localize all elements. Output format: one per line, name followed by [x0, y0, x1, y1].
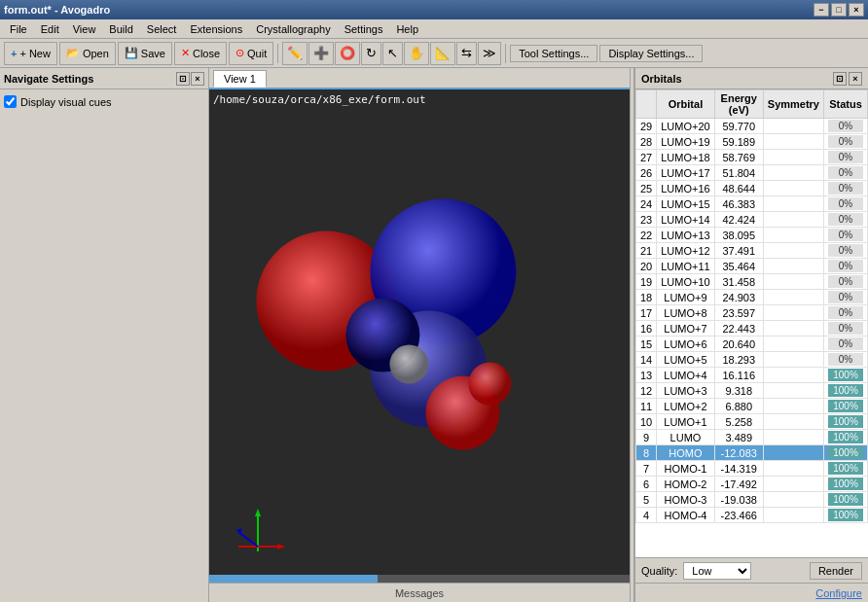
orbitals-table[interactable]: Orbital Energy (eV) Symmetry Status 29 L…	[635, 89, 868, 557]
orbital-symmetry	[763, 430, 823, 445]
move-tool[interactable]: ✋	[404, 42, 429, 65]
menu-edit[interactable]: Edit	[35, 22, 65, 36]
orbital-row[interactable]: 13 LUMO+4 16.116 100%	[636, 368, 868, 383]
navigate-settings-header: Navigate Settings ⊡ ×	[0, 68, 208, 89]
orbital-symmetry	[763, 150, 823, 165]
orbital-row[interactable]: 15 LUMO+6 20.640 0%	[636, 336, 868, 352]
orbital-row[interactable]: 27 LUMO+18 58.769 0%	[636, 150, 868, 165]
render-button[interactable]: Render	[810, 562, 862, 580]
orbital-status: 0%	[824, 119, 868, 134]
open-button[interactable]: 📂 Open	[59, 42, 116, 65]
orbital-status: 0%	[824, 305, 868, 321]
extra-tool[interactable]: ≫	[478, 42, 501, 65]
maximize-button[interactable]: □	[831, 3, 847, 17]
orbital-row[interactable]: 7 HOMO-1 -14.319 100%	[636, 461, 868, 477]
orbital-row[interactable]: 4 HOMO-4 -23.466 100%	[636, 508, 868, 523]
erase-tool[interactable]: ⭕	[335, 42, 360, 65]
menu-file[interactable]: File	[4, 22, 33, 36]
orbital-status: 0%	[824, 336, 868, 352]
col-orbital: Orbital	[657, 90, 714, 119]
orbital-status: 0%	[824, 228, 868, 243]
orbital-row[interactable]: 11 LUMO+2 6.880 100%	[636, 399, 868, 414]
close-button[interactable]: ✕ Close	[174, 42, 227, 65]
orbital-row[interactable]: 12 LUMO+3 9.318 100%	[636, 383, 868, 399]
orbital-row[interactable]: 23 LUMO+14 42.424 0%	[636, 212, 868, 228]
orbital-row[interactable]: 20 LUMO+11 35.464 0%	[636, 259, 868, 274]
orbital-row[interactable]: 17 LUMO+8 23.597 0%	[636, 305, 868, 321]
orbital-row[interactable]: 5 HOMO-3 -19.038 100%	[636, 492, 868, 508]
display-settings-button[interactable]: Display Settings...	[599, 45, 703, 62]
orbital-status: 100%	[824, 430, 868, 445]
orbital-num: 5	[636, 492, 657, 508]
orbital-row[interactable]: 16 LUMO+7 22.443 0%	[636, 321, 868, 336]
menu-settings[interactable]: Settings	[339, 22, 389, 36]
orbitals-close-button[interactable]: ×	[849, 72, 862, 86]
toolbar: + + New 📂 Open 💾 Save ✕ Close ⊙ Quit ✏️ …	[0, 39, 868, 68]
navigate-settings-content: Display visual cues	[0, 89, 208, 114]
orbital-row[interactable]: 28 LUMO+19 59.189 0%	[636, 134, 868, 150]
orbital-num: 19	[636, 274, 657, 290]
orbitals-float-button[interactable]: ⊡	[833, 72, 847, 86]
display-visual-cues-checkbox[interactable]	[4, 95, 17, 108]
measure-tool[interactable]: 📐	[430, 42, 455, 65]
menu-bar: File Edit View Build Select Extensions C…	[0, 19, 868, 39]
quality-select[interactable]: Low Medium High	[683, 562, 751, 580]
draw-tool[interactable]: ✏️	[282, 42, 307, 65]
menu-view[interactable]: View	[67, 22, 102, 36]
svg-point-4	[389, 344, 428, 383]
orbital-name: LUMO+5	[657, 352, 714, 368]
view-canvas[interactable]: /home/souza/orca/x86_exe/form.out	[209, 89, 630, 583]
configure-link[interactable]: Configure	[815, 587, 862, 599]
panel-float-button[interactable]: ⊡	[176, 72, 190, 86]
orbital-symmetry	[763, 212, 823, 228]
select-tool[interactable]: ↖	[382, 42, 403, 65]
menu-help[interactable]: Help	[390, 22, 424, 36]
menu-crystallography[interactable]: Crystallography	[250, 22, 336, 36]
orbital-row[interactable]: 26 LUMO+17 51.804 0%	[636, 165, 868, 181]
orbital-symmetry	[763, 274, 823, 290]
new-button[interactable]: + + New	[4, 42, 57, 65]
orbital-row[interactable]: 6 HOMO-2 -17.492 100%	[636, 477, 868, 492]
quit-button[interactable]: ⊙ Quit	[229, 42, 273, 65]
minimize-button[interactable]: −	[814, 3, 829, 17]
fragment-tool[interactable]: ➕	[308, 42, 334, 65]
save-button[interactable]: 💾 Save	[118, 42, 172, 65]
close-window-button[interactable]: ×	[849, 3, 864, 17]
orbital-row[interactable]: 14 LUMO+5 18.293 0%	[636, 352, 868, 368]
orbital-row[interactable]: 29 LUMO+20 59.770 0%	[636, 119, 868, 134]
menu-build[interactable]: Build	[103, 22, 138, 36]
progress-bar	[209, 575, 378, 583]
orbital-row[interactable]: 8 HOMO -12.083 100%	[636, 445, 868, 461]
tool-settings-button[interactable]: Tool Settings...	[510, 45, 597, 62]
orbital-status: 100%	[824, 383, 868, 399]
messages-label: Messages	[395, 587, 444, 599]
orbital-row[interactable]: 24 LUMO+15 46.383 0%	[636, 196, 868, 212]
orbital-status: 100%	[824, 508, 868, 523]
orbital-row[interactable]: 10 LUMO+1 5.258 100%	[636, 414, 868, 430]
orbital-row[interactable]: 21 LUMO+12 37.491 0%	[636, 243, 868, 259]
navigate-settings-title: Navigate Settings	[4, 73, 93, 85]
orbital-name: LUMO+16	[657, 181, 714, 196]
orbital-status: 0%	[824, 196, 868, 212]
orbital-energy: 51.804	[714, 165, 763, 181]
orbital-row[interactable]: 19 LUMO+10 31.458 0%	[636, 274, 868, 290]
orbital-symmetry	[763, 165, 823, 181]
orbital-num: 15	[636, 336, 657, 352]
menu-extensions[interactable]: Extensions	[184, 22, 248, 36]
orbital-row[interactable]: 22 LUMO+13 38.095 0%	[636, 228, 868, 243]
rotate-tool[interactable]: ↻	[361, 42, 381, 65]
orbital-row[interactable]: 25 LUMO+16 48.644 0%	[636, 181, 868, 196]
orbital-num: 8	[636, 445, 657, 461]
align-tool[interactable]: ⇆	[456, 42, 477, 65]
orbital-row[interactable]: 9 LUMO 3.489 100%	[636, 430, 868, 445]
panel-close-button[interactable]: ×	[191, 72, 204, 86]
menu-select[interactable]: Select	[141, 22, 183, 36]
orbitals-panel-header: Orbitals ⊡ ×	[635, 68, 868, 89]
orbital-energy: 23.597	[714, 305, 763, 321]
orbital-energy: 37.491	[714, 243, 763, 259]
view-tab-1[interactable]: View 1	[213, 70, 267, 88]
folder-icon: 📂	[66, 47, 80, 59]
orbital-symmetry	[763, 492, 823, 508]
orbital-row[interactable]: 18 LUMO+9 24.903 0%	[636, 290, 868, 305]
orbital-energy: 38.095	[714, 228, 763, 243]
